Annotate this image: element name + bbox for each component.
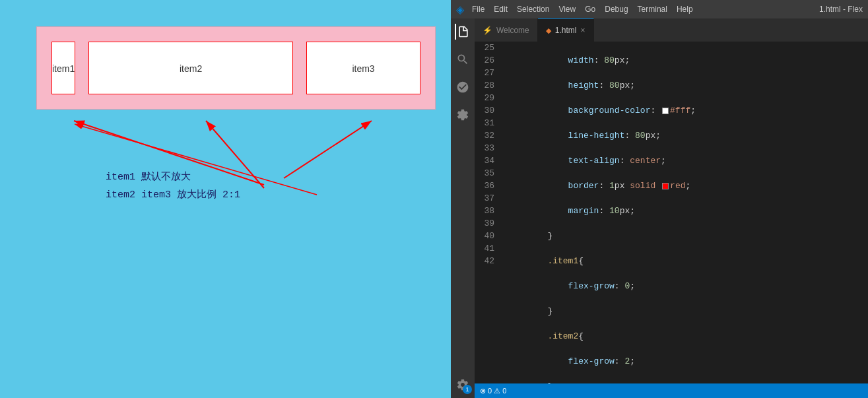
flex-demo-container: item1 item2 item3 [36, 26, 436, 110]
code-line-36: .item2{ [506, 330, 868, 343]
code-line-38: } [506, 380, 868, 383]
tab-bar: ⚡ Welcome ◆ 1.html × [475, 18, 868, 42]
editor-body: 1 ⚡ Welcome ◆ 1.html × 25 [451, 18, 868, 398]
status-bar: ⊗ 0 ⚠ 0 [475, 383, 868, 398]
warning-icon: ⚠ [494, 387, 500, 395]
svg-line-3 [284, 121, 372, 178]
menu-view[interactable]: View [558, 5, 576, 14]
description: item1 默认不放大 item2 item3 放大比例 2:1 [106, 168, 240, 204]
code-line-32: } [506, 230, 868, 242]
code-line-34: flex-grow: 0; [506, 280, 868, 292]
activity-files-icon[interactable] [455, 24, 471, 40]
item2-box: item2 [88, 42, 293, 94]
titlebar-menu: File Edit Selection View Go Debug Termin… [472, 5, 693, 14]
menu-file[interactable]: File [472, 5, 484, 14]
titlebar: ◈ File Edit Selection View Go Debug Term… [451, 0, 868, 18]
tab-welcome-label: Welcome [496, 26, 529, 35]
code-line-30: border: 1px solid red; [506, 180, 868, 192]
activity-extensions-icon[interactable] [455, 107, 471, 123]
titlebar-title: 1.html - Flex [819, 5, 863, 14]
status-errors[interactable]: ⊗ 0 ⚠ 0 [480, 387, 506, 395]
code-line-37: flex-grow: 2; [506, 355, 868, 368]
menu-debug[interactable]: Debug [605, 5, 628, 14]
code-content: width: 80px; height: 80px; background-co… [501, 42, 868, 383]
menu-help[interactable]: Help [677, 5, 693, 14]
tab-welcome-icon: ⚡ [483, 26, 492, 35]
desc-line2: item2 item3 放大比例 2:1 [106, 186, 240, 204]
tab-close-button[interactable]: × [580, 26, 585, 35]
vscode-logo-icon: ◈ [456, 3, 464, 16]
code-line-35: } [506, 305, 868, 317]
tab-html-icon: ◆ [546, 26, 551, 35]
warning-count: 0 [502, 387, 506, 395]
activity-settings-icon[interactable]: 1 [455, 377, 471, 393]
menu-edit[interactable]: Edit [494, 5, 508, 14]
menu-selection[interactable]: Selection [517, 5, 549, 14]
tab-1html-label: 1.html [555, 26, 577, 35]
code-line-25: width: 80px; [506, 54, 868, 67]
error-count: 0 [488, 387, 492, 395]
color-swatch-red [662, 183, 669, 189]
titlebar-left: ◈ File Edit Selection View Go Debug Term… [456, 3, 693, 16]
item3-box: item3 [306, 42, 420, 94]
browser-preview: item1 item2 item3 item1 默认不放大 item2 item… [0, 0, 451, 398]
menu-terminal[interactable]: Terminal [638, 5, 667, 14]
editor-area: ⚡ Welcome ◆ 1.html × 25 26 27 28 29 30 [475, 18, 868, 398]
activity-bottom: 1 [455, 377, 471, 398]
code-line-31: margin: 10px; [506, 205, 868, 217]
error-icon: ⊗ [480, 387, 486, 395]
desc-line1: item1 默认不放大 [106, 168, 240, 186]
line-numbers: 25 26 27 28 29 30 31 32 33 34 35 36 37 3… [475, 42, 501, 383]
code-line-29: text-align: center; [506, 154, 868, 167]
activity-bar: 1 [451, 18, 475, 398]
code-line-26: height: 80px; [506, 79, 868, 92]
code-line-28: line-height: 80px; [506, 129, 868, 142]
flex-row: item1 item2 item3 [45, 35, 427, 101]
vscode-editor: ◈ File Edit Selection View Go Debug Term… [451, 0, 868, 398]
settings-badge: 1 [463, 385, 472, 394]
code-line-33: .item1{ [506, 255, 868, 267]
activity-search-icon[interactable] [455, 51, 471, 67]
menu-go[interactable]: Go [585, 5, 595, 14]
code-line-27: background-color: #fff; [506, 104, 868, 117]
color-swatch-white [662, 108, 669, 114]
item1-box: item1 [51, 42, 75, 94]
activity-git-icon[interactable] [455, 79, 471, 95]
tab-1html[interactable]: ◆ 1.html × [538, 18, 594, 42]
code-editor[interactable]: 25 26 27 28 29 30 31 32 33 34 35 36 37 3… [475, 42, 868, 383]
tab-welcome[interactable]: ⚡ Welcome [475, 18, 538, 42]
